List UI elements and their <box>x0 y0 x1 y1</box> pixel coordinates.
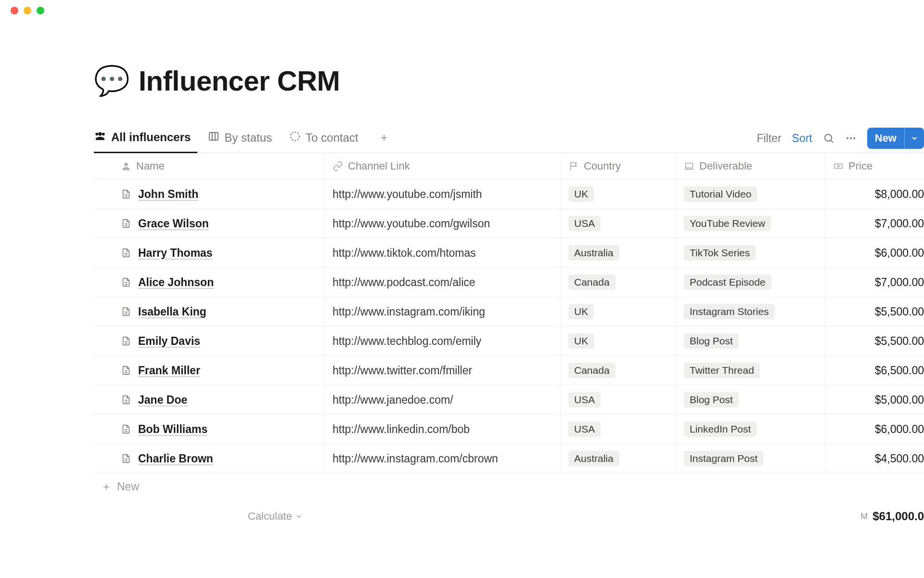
cell-deliverable[interactable]: TikTok Series <box>676 238 825 267</box>
cell-country[interactable]: Australia <box>561 444 676 473</box>
cell-name[interactable]: Charlie Brown <box>94 444 325 473</box>
cell-country[interactable]: USA <box>561 209 676 238</box>
search-icon[interactable] <box>823 132 834 144</box>
cell-price[interactable]: $6,000.00 <box>825 415 924 444</box>
table-row[interactable]: John Smithhttp://www.youtube.com/jsmithU… <box>94 180 924 209</box>
svg-point-8 <box>847 137 848 139</box>
new-button-label[interactable]: New <box>867 128 904 149</box>
table-header-row: Name Channel Link Country Deliverable Pr… <box>94 153 924 180</box>
column-header-channel[interactable]: Channel Link <box>325 153 561 179</box>
calculate-button[interactable]: Calculate <box>94 510 325 523</box>
country-tag: Australia <box>568 245 619 261</box>
cell-channel[interactable]: http://www.janedoe.com/ <box>325 385 561 414</box>
more-icon[interactable] <box>845 132 857 144</box>
cell-channel[interactable]: http://www.linkedin.com/bob <box>325 415 561 444</box>
column-header-name[interactable]: Name <box>94 153 325 179</box>
cell-deliverable[interactable]: LinkedIn Post <box>676 415 825 444</box>
add-view-button[interactable] <box>376 131 392 146</box>
cell-deliverable[interactable]: Podcast Episode <box>676 268 825 297</box>
cell-country[interactable]: UK <box>561 327 676 355</box>
svg-line-7 <box>831 141 833 143</box>
price-text: $6,000.00 <box>875 247 924 260</box>
cell-country[interactable]: Canada <box>561 268 676 297</box>
page-title[interactable]: Influencer CRM <box>139 65 340 97</box>
table-row[interactable]: Bob Williamshttp://www.linkedin.com/bobU… <box>94 415 924 444</box>
tab-label: To contact <box>306 131 358 144</box>
window-minimize-button[interactable] <box>24 7 31 14</box>
cell-name[interactable]: Alice Johnson <box>94 268 325 297</box>
cell-country[interactable]: UK <box>561 297 676 326</box>
calculate-label: Calculate <box>248 510 292 523</box>
window-zoom-button[interactable] <box>37 7 44 14</box>
cell-name[interactable]: Jane Doe <box>94 385 325 414</box>
cell-channel[interactable]: http://www.youtube.com/gwilson <box>325 209 561 238</box>
tab-to-contact[interactable]: To contact <box>289 126 365 152</box>
cell-price[interactable]: $6,000.00 <box>825 238 924 267</box>
tab-all-influencers[interactable]: All influencers <box>94 125 197 153</box>
name-text: Emily Davis <box>138 335 200 348</box>
cell-deliverable[interactable]: Instagram Post <box>676 444 825 473</box>
table-row[interactable]: Harry Thomashttp://www.tiktok.com/htomas… <box>94 238 924 268</box>
cell-price[interactable]: $7,000.00 <box>825 268 924 297</box>
cell-price[interactable]: $4,500.00 <box>825 444 924 473</box>
column-header-price[interactable]: Price <box>825 153 924 179</box>
column-header-country[interactable]: Country <box>561 153 676 179</box>
new-row-button[interactable]: New <box>94 473 924 500</box>
channel-link-text: http://www.janedoe.com/ <box>333 394 453 407</box>
table-row[interactable]: Emily Davishttp://www.techblog.com/emily… <box>94 327 924 356</box>
cell-price[interactable]: $7,000.00 <box>825 209 924 238</box>
cell-price[interactable]: $8,000.00 <box>825 180 924 209</box>
cell-deliverable[interactable]: Twitter Thread <box>676 356 825 385</box>
cell-country[interactable]: UK <box>561 180 676 209</box>
cell-name[interactable]: Grace Wilson <box>94 209 325 238</box>
name-text: John Smith <box>138 188 198 201</box>
cell-channel[interactable]: http://www.instagram.com/cbrown <box>325 444 561 473</box>
cell-channel[interactable]: http://www.techblog.com/emily <box>325 327 561 355</box>
tab-by-status[interactable]: By status <box>208 126 279 152</box>
table-row[interactable]: Isabella Kinghttp://www.instagram.com/ik… <box>94 297 924 327</box>
cell-name[interactable]: Bob Williams <box>94 415 325 444</box>
cell-name[interactable]: Emily Davis <box>94 327 325 355</box>
table-row[interactable]: Jane Doehttp://www.janedoe.com/USABlog P… <box>94 385 924 415</box>
price-text: $6,500.00 <box>875 364 924 377</box>
price-sum: M $61,000.0 <box>825 510 924 523</box>
table-row[interactable]: Charlie Brownhttp://www.instagram.com/cb… <box>94 444 924 473</box>
sort-button[interactable]: Sort <box>792 132 812 145</box>
cell-country[interactable]: USA <box>561 385 676 414</box>
filter-button[interactable]: Filter <box>757 132 781 145</box>
cell-name[interactable]: Harry Thomas <box>94 238 325 267</box>
cell-deliverable[interactable]: Blog Post <box>676 385 825 414</box>
cell-name[interactable]: Frank Miller <box>94 356 325 385</box>
country-tag: USA <box>568 392 601 407</box>
cell-country[interactable]: Australia <box>561 238 676 267</box>
cell-deliverable[interactable]: YouTube Review <box>676 209 825 238</box>
table-row[interactable]: Alice Johnsonhttp://www.podcast.com/alic… <box>94 268 924 297</box>
cell-channel[interactable]: http://www.twitter.com/fmiller <box>325 356 561 385</box>
cell-price[interactable]: $5,500.00 <box>825 327 924 355</box>
cell-deliverable[interactable]: Blog Post <box>676 327 825 355</box>
deliverable-tag: Blog Post <box>684 333 739 349</box>
cell-deliverable[interactable]: Instagram Stories <box>676 297 825 326</box>
column-header-deliverable[interactable]: Deliverable <box>676 153 825 179</box>
deliverable-tag: LinkedIn Post <box>684 421 757 437</box>
cell-name[interactable]: John Smith <box>94 180 325 209</box>
cell-channel[interactable]: http://www.tiktok.com/htomas <box>325 238 561 267</box>
cell-price[interactable]: $5,000.00 <box>825 385 924 414</box>
name-text: Harry Thomas <box>138 247 213 260</box>
page-icon[interactable]: 💬 <box>94 66 130 95</box>
table-row[interactable]: Grace Wilsonhttp://www.youtube.com/gwils… <box>94 209 924 238</box>
cell-price[interactable]: $5,500.00 <box>825 297 924 326</box>
cell-price[interactable]: $6,500.00 <box>825 356 924 385</box>
cell-name[interactable]: Isabella King <box>94 297 325 326</box>
new-button-dropdown[interactable] <box>904 128 924 149</box>
cell-channel[interactable]: http://www.instagram.com/iking <box>325 297 561 326</box>
window-close-button[interactable] <box>11 7 18 14</box>
new-button[interactable]: New <box>867 128 924 149</box>
cell-country[interactable]: Canada <box>561 356 676 385</box>
cell-channel[interactable]: http://www.youtube.com/jsmith <box>325 180 561 209</box>
table-row[interactable]: Frank Millerhttp://www.twitter.com/fmill… <box>94 356 924 385</box>
deliverable-tag: YouTube Review <box>684 216 771 231</box>
cell-country[interactable]: USA <box>561 415 676 444</box>
cell-channel[interactable]: http://www.podcast.com/alice <box>325 268 561 297</box>
cell-deliverable[interactable]: Tutorial Video <box>676 180 825 209</box>
